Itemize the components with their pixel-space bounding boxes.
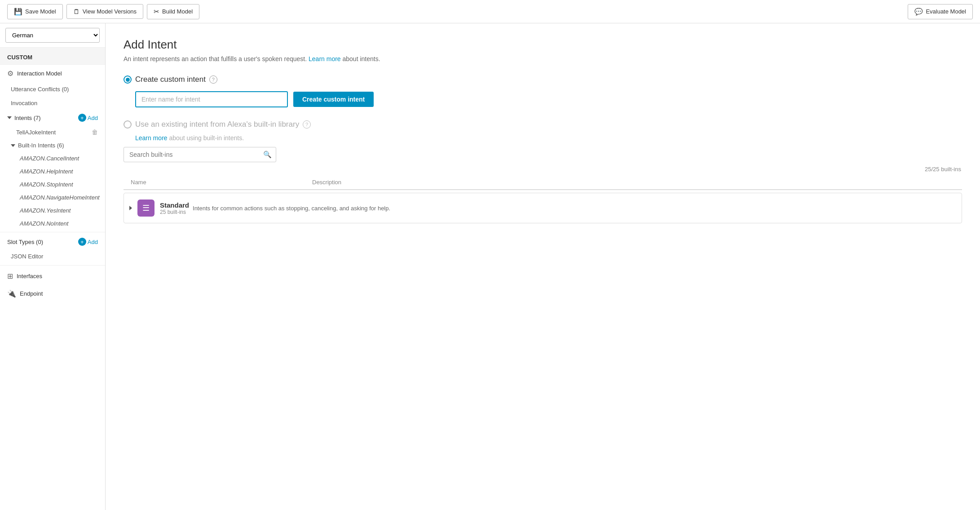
sidebar-item-utterance-conflicts[interactable]: Utterance Conflicts (0) [0, 82, 105, 96]
view-versions-label: View Model Versions [83, 8, 137, 15]
table-row[interactable]: ☰ Standard 25 built-ins Intents for comm… [124, 193, 962, 223]
subtitle-text: An intent represents an action that fulf… [124, 55, 307, 62]
sidebar-item-interfaces[interactable]: ⊞ Interfaces [0, 267, 105, 285]
sidebar-intent-stop[interactable]: AMAZON.StopIntent [0, 178, 105, 191]
delete-intent-icon[interactable]: 🗑 [92, 129, 98, 136]
builtin-learn-more-row: Learn more about using built-in intents. [135, 134, 962, 142]
create-custom-radio-row: Create custom intent ? [124, 75, 962, 84]
view-icon: 🗒 [73, 8, 80, 15]
build-model-button[interactable]: ✂ Build Model [147, 4, 199, 19]
builtins-count: 25/25 built-ins [124, 166, 962, 173]
create-custom-help-icon[interactable]: ? [209, 75, 217, 84]
add-slot-type-button[interactable]: + Add [78, 238, 98, 246]
sidebar-divider-1 [0, 232, 105, 232]
sidebar-item-endpoint[interactable]: 🔌 Endpoint [0, 285, 105, 302]
language-select[interactable]: German English (US) English (UK) French … [5, 28, 100, 43]
endpoint-label: Endpoint [20, 290, 43, 297]
learn-more-intents-link[interactable]: Learn more [309, 55, 341, 62]
save-model-button[interactable]: 💾 Save Model [7, 4, 63, 19]
save-icon: 💾 [14, 8, 22, 16]
sidebar-item-json-editor[interactable]: JSON Editor [0, 249, 105, 263]
sidebar-intent-cancel[interactable]: AMAZON.CancelIntent [0, 152, 105, 165]
search-icon: 🔍 [263, 151, 272, 159]
intent-name-input[interactable] [135, 91, 288, 107]
build-model-label: Build Model [162, 8, 193, 15]
add-slot-circle-icon: + [78, 238, 86, 246]
sidebar-intent-no[interactable]: AMAZON.NoIntent [0, 217, 105, 230]
intents-group-header[interactable]: Intents (7) + Add [0, 110, 105, 125]
toolbar: 💾 Save Model 🗒 View Model Versions ✂ Bui… [0, 0, 980, 23]
add-circle-icon: + [78, 114, 86, 122]
archive-icon: ☰ [142, 203, 150, 213]
col-desc-header: Description [312, 179, 962, 186]
slot-types-group-header[interactable]: Slot Types (0) + Add [0, 234, 105, 249]
sidebar-intent-yes[interactable]: AMAZON.YesIntent [0, 204, 105, 217]
search-builtins-input[interactable] [124, 147, 276, 162]
intents-chevron-down-icon [7, 116, 12, 119]
sidebar-intent-navigate-home[interactable]: AMAZON.NavigateHomeIntent [0, 191, 105, 204]
interaction-model-label: Interaction Model [17, 70, 62, 77]
row-expand-icon[interactable] [124, 204, 137, 212]
create-custom-radio[interactable] [124, 75, 132, 84]
evaluate-model-label: Evaluate Model [926, 8, 966, 15]
sidebar-intent-tell-a-joke[interactable]: TellAJokeIntent 🗑 [0, 125, 105, 139]
use-existing-section: Use an existing intent from Alexa's buil… [124, 120, 962, 223]
language-selector-wrap[interactable]: German English (US) English (UK) French … [0, 23, 105, 48]
row-text: Standard 25 built-ins [160, 201, 189, 215]
build-icon: ✂ [154, 8, 159, 16]
save-model-label: Save Model [25, 8, 56, 15]
add-intent-button[interactable]: + Add [78, 114, 98, 122]
sidebar-item-invocation[interactable]: Invocation [0, 96, 105, 110]
search-row: 🔍 [124, 147, 962, 162]
interfaces-icon: ⊞ [7, 272, 13, 280]
create-custom-section: Create custom intent ? Create custom int… [124, 75, 962, 107]
layout: German English (US) English (UK) French … [0, 23, 980, 510]
search-input-wrap: 🔍 [124, 147, 276, 162]
create-custom-intent-button[interactable]: Create custom intent [293, 92, 374, 107]
sidebar-intent-help[interactable]: AMAZON.HelpIntent [0, 165, 105, 178]
use-existing-radio[interactable] [124, 120, 132, 129]
evaluate-model-button[interactable]: 💬 Evaluate Model [908, 4, 973, 19]
use-existing-help-icon[interactable]: ? [303, 120, 311, 129]
use-existing-radio-row: Use an existing intent from Alexa's buil… [124, 120, 962, 129]
create-custom-label: Create custom intent [135, 75, 206, 84]
custom-section-label: CUSTOM [0, 48, 105, 65]
view-versions-button[interactable]: 🗒 View Model Versions [66, 4, 143, 19]
use-existing-label: Use an existing intent from Alexa's buil… [135, 120, 299, 129]
sidebar-item-interaction-model[interactable]: ⚙ Interaction Model [0, 65, 105, 82]
row-sub: 25 built-ins [160, 209, 189, 215]
intents-group-label: Intents (7) [7, 115, 41, 121]
built-in-chevron-down-icon [11, 144, 15, 147]
evaluate-icon: 💬 [914, 8, 923, 16]
endpoint-icon: 🔌 [7, 289, 16, 298]
intent-name-row: Create custom intent [135, 91, 962, 107]
gear-icon: ⚙ [7, 69, 13, 78]
row-description: Intents for common actions such as stopp… [189, 205, 962, 212]
page-subtitle: An intent represents an action that fulf… [124, 55, 962, 62]
sidebar-divider-2 [0, 265, 105, 266]
subtitle-suffix: about intents. [343, 55, 380, 62]
col-name-header: Name [124, 179, 312, 186]
table-header: Name Description [124, 175, 962, 190]
interfaces-label: Interfaces [17, 273, 42, 279]
learn-more-builtin-link[interactable]: Learn more [135, 134, 168, 142]
sidebar: German English (US) English (UK) French … [0, 23, 106, 510]
row-title: Standard [160, 201, 189, 209]
page-title: Add Intent [124, 38, 962, 52]
standard-icon: ☰ [137, 200, 155, 217]
main-content: Add Intent An intent represents an actio… [106, 23, 980, 510]
built-in-intents-header[interactable]: Built-In Intents (6) [0, 139, 105, 152]
slot-types-label: Slot Types (0) [7, 239, 43, 245]
